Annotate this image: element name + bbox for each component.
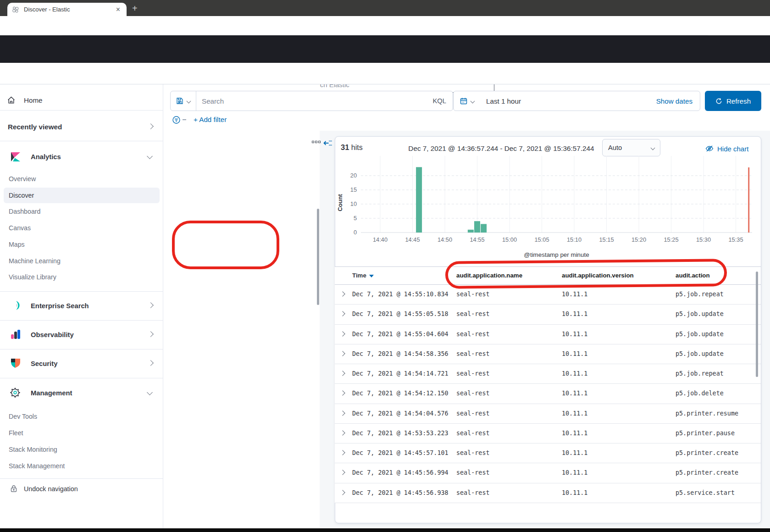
svg-text:15:00: 15:00: [502, 236, 517, 243]
expand-row-icon[interactable]: [340, 351, 345, 356]
svg-text:15:20: 15:20: [632, 236, 646, 243]
svg-text:@timestamp per minute: @timestamp per minute: [524, 251, 589, 258]
divider: [0, 478, 163, 479]
calendar-icon[interactable]: [454, 97, 479, 105]
sidebar-item-stack-management[interactable]: Stack Management: [9, 462, 65, 470]
cell-application-name: seal-rest: [456, 370, 490, 377]
sidebar-item-home[interactable]: Home: [24, 96, 43, 104]
sidebar-item-dev-tools[interactable]: Dev Tools: [9, 413, 37, 420]
divider: [0, 378, 163, 378]
sidebar-item-maps[interactable]: Maps: [9, 241, 25, 248]
sidebar-item-canvas[interactable]: Canvas: [9, 224, 31, 232]
expand-row-icon[interactable]: [340, 391, 345, 396]
bottom-bar: [0, 528, 770, 532]
table-row: Dec 7, 2021 @ 14:55:05.518seal-rest10.11…: [335, 305, 761, 324]
tab-close-icon[interactable]: ×: [114, 6, 122, 14]
sidebar-item-stack-monitoring[interactable]: Stack Monitoring: [9, 446, 57, 453]
show-dates-button[interactable]: Show dates: [656, 97, 692, 105]
sidebar-item-fleet[interactable]: Fleet: [9, 429, 23, 437]
sidebar-section-analytics[interactable]: Analytics: [31, 153, 61, 161]
cell-action: p5.job.update: [676, 350, 724, 357]
sidebar-section-management[interactable]: Management: [31, 389, 72, 397]
expand-row-icon[interactable]: [340, 430, 345, 435]
cell-application-name: seal-rest: [456, 310, 490, 317]
query-input[interactable]: Search: [202, 97, 432, 105]
table-row: Dec 7, 2021 @ 14:54:14.721seal-rest10.11…: [335, 364, 761, 384]
chevron-down-icon: [187, 99, 191, 103]
expand-row-icon[interactable]: [340, 371, 345, 376]
table-scrollbar[interactable]: [756, 272, 758, 377]
fields-sidebar: + Add filter seal-plossys-5-audit Search…: [163, 84, 320, 529]
cell-time: Dec 7, 2021 @ 14:54:14.721: [352, 370, 449, 377]
expand-row-icon[interactable]: [340, 470, 345, 475]
add-filter-button[interactable]: + Add filter: [194, 116, 227, 123]
undock-navigation-button[interactable]: Undock navigation: [24, 485, 78, 493]
cell-time: Dec 7, 2021 @ 14:45:56.938: [352, 489, 449, 496]
cell-time: Dec 7, 2021 @ 14:45:56.994: [352, 469, 449, 476]
svg-text:20: 20: [350, 172, 357, 179]
sidebar-section-enterprise-search[interactable]: Enterprise Search: [31, 302, 89, 310]
sidebar-section-security[interactable]: Security: [31, 360, 57, 367]
sidebar-item-overview[interactable]: Overview: [9, 175, 36, 183]
fields-scrollbar[interactable]: [317, 209, 319, 305]
svg-text:15:15: 15:15: [599, 236, 614, 243]
cell-application-version: 10.11.1: [562, 449, 587, 456]
sort-desc-icon: [369, 275, 374, 277]
refresh-button[interactable]: Refresh: [705, 91, 761, 111]
chevron-right-icon[interactable]: [148, 331, 154, 337]
cell-application-name: seal-rest: [456, 331, 490, 338]
chevron-right-icon[interactable]: [148, 360, 154, 366]
chevron-right-icon[interactable]: [148, 302, 154, 308]
refresh-label: Refresh: [726, 97, 751, 105]
cell-action: p5.job.delete: [676, 390, 724, 397]
sidebar-item-recently-viewed[interactable]: Recently viewed: [8, 123, 62, 131]
observability-logo-icon: [10, 329, 21, 340]
cell-application-version: 10.11.1: [562, 350, 587, 357]
table-row: Dec 7, 2021 @ 14:54:58.356seal-rest10.11…: [335, 344, 761, 364]
table-body: Dec 7, 2021 @ 14:55:10.834seal-rest10.11…: [335, 285, 761, 503]
chevron-right-icon[interactable]: [148, 123, 154, 129]
collapse-sidebar-icon[interactable]: [323, 139, 332, 147]
cell-time: Dec 7, 2021 @ 14:54:04.576: [352, 410, 449, 417]
table-row: Dec 7, 2021 @ 14:55:04.604seal-rest10.11…: [335, 325, 761, 344]
browser-tab[interactable]: Discover - Elastic ×: [7, 3, 127, 16]
column-header-time[interactable]: Time: [352, 272, 374, 279]
cell-application-version: 10.11.1: [562, 291, 587, 298]
chevron-down-icon[interactable]: [147, 153, 153, 159]
chevron-down-icon: [471, 99, 475, 103]
expand-row-icon[interactable]: [340, 331, 345, 336]
sidebar-item-dashboard[interactable]: Dashboard: [9, 208, 40, 215]
saved-query-menu-button[interactable]: [171, 91, 196, 111]
expand-row-icon[interactable]: [340, 450, 345, 455]
table-row: Dec 7, 2021 @ 14:45:57.101seal-rest10.11…: [335, 443, 761, 463]
time-range-value[interactable]: Last 1 hour: [486, 97, 656, 105]
sidebar-item-visualize-library[interactable]: Visualize Library: [9, 273, 56, 281]
cell-action: p5.printer.pause: [676, 430, 735, 437]
app-header-row: D Discover OptionsNewSaveOpenShareInspec…: [0, 63, 770, 84]
hits-count: 31 hits: [341, 143, 363, 152]
filter-icon[interactable]: [172, 116, 180, 124]
histogram-chart[interactable]: 0510152014:4014:4514:5014:5515:0015:0515…: [335, 151, 761, 264]
svg-text:15:35: 15:35: [728, 236, 743, 243]
query-language-toggle[interactable]: KQL: [432, 97, 446, 105]
expand-row-icon[interactable]: [340, 410, 345, 416]
sidebar-item-discover[interactable]: Discover: [9, 192, 34, 199]
cell-application-version: 10.11.1: [562, 489, 587, 496]
cell-application-name: seal-rest: [456, 469, 490, 476]
sidebar-section-observability[interactable]: Observability: [31, 331, 74, 338]
svg-text:15:10: 15:10: [567, 236, 582, 243]
chevron-down-icon[interactable]: [147, 389, 153, 395]
new-tab-button[interactable]: +: [132, 4, 138, 13]
expand-row-icon[interactable]: [340, 490, 345, 495]
svg-text:15:30: 15:30: [696, 236, 711, 243]
divider: [0, 291, 163, 292]
table-density-icon[interactable]: [312, 141, 321, 143]
expand-row-icon[interactable]: [340, 311, 345, 316]
svg-text:0: 0: [354, 229, 357, 236]
date-picker: Last 1 hour Show dates: [453, 91, 700, 111]
sidebar-item-machine-learning[interactable]: Machine Learning: [9, 257, 61, 265]
query-bar: Search KQL: [170, 91, 453, 111]
cell-application-name: seal-rest: [456, 291, 490, 298]
tab-title: Discover - Elastic: [24, 6, 114, 13]
expand-row-icon[interactable]: [340, 291, 345, 296]
